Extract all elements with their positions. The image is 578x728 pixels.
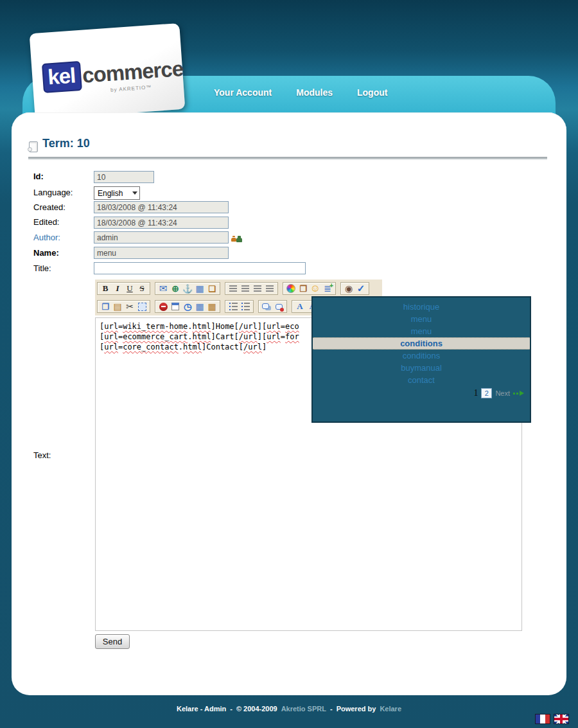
footer: Kelare - Admin-© 2004-2009Akretio SPRL-P…: [0, 705, 578, 713]
chevron-down-icon: [132, 191, 137, 195]
field-label-text: Text:: [33, 450, 51, 460]
logo-commerce-text: commerce: [82, 57, 184, 88]
toolbar-group: [292, 300, 311, 313]
next-link[interactable]: Next: [495, 389, 510, 397]
toolbar-group: [225, 282, 278, 295]
field-label-name: Name:: [33, 248, 59, 258]
footer-text: -: [230, 705, 232, 713]
field-label-id: Id:: [33, 172, 44, 181]
font-color-icon[interactable]: [294, 301, 306, 312]
logo-kel-badge: kel: [42, 61, 82, 93]
align-left-icon[interactable]: [227, 283, 239, 294]
footer-link[interactable]: Kelare: [380, 705, 401, 713]
language-flags: [535, 714, 569, 724]
language-selected-value: English: [98, 189, 123, 198]
spellcheck-icon[interactable]: [355, 283, 367, 294]
footer-text: Kelare - Admin: [177, 705, 226, 713]
term-list-item[interactable]: historique: [313, 301, 530, 313]
toolbar-group: [340, 282, 369, 295]
remove-icon[interactable]: [157, 301, 169, 312]
select-all-icon[interactable]: [136, 301, 148, 312]
toolbar-group: [283, 282, 336, 295]
send-button[interactable]: Send: [95, 634, 130, 649]
bold-icon[interactable]: [100, 283, 111, 294]
strike-icon[interactable]: [136, 283, 148, 294]
align-center-icon[interactable]: [240, 283, 251, 294]
email-icon[interactable]: [157, 283, 169, 294]
editor-toolbar-row2: [95, 297, 311, 315]
field-label-edited: Edited:: [33, 217, 59, 227]
page: Your AccountModulesLogout kel commerce b…: [0, 0, 578, 728]
term-list-item[interactable]: conditions: [313, 350, 530, 362]
toolbar-group: [97, 300, 150, 313]
tree-add-icon[interactable]: [322, 283, 333, 294]
author-field: [94, 231, 229, 244]
image-add-icon[interactable]: [206, 283, 218, 294]
field-label-created: Created:: [33, 202, 66, 212]
flag-uk-icon[interactable]: [554, 714, 569, 724]
page-title: Term: 10: [42, 137, 90, 150]
editor-toolbar-row1: [95, 280, 382, 297]
anchor-icon[interactable]: [182, 283, 193, 294]
field-label-author[interactable]: Author:: [33, 233, 60, 242]
nav-item-your-account[interactable]: Your Account: [214, 87, 272, 98]
footer-text: Powered by: [337, 705, 376, 713]
align-justify-icon[interactable]: [264, 283, 276, 294]
nav-item-modules[interactable]: Modules: [296, 87, 333, 98]
image-icon[interactable]: [194, 283, 206, 294]
toolbar-group: [97, 282, 150, 295]
font-family-icon[interactable]: [306, 301, 311, 312]
clock-icon[interactable]: [182, 301, 193, 312]
toolbar-group: [225, 300, 254, 313]
comment-remove-icon[interactable]: [273, 301, 285, 312]
main-nav: Your AccountModulesLogout: [214, 87, 387, 98]
term-list-item[interactable]: buymanual: [313, 362, 530, 374]
toolbar-group: [155, 300, 220, 313]
created-field: [94, 201, 229, 213]
term-list-item[interactable]: contact: [313, 374, 530, 386]
globe-icon[interactable]: [170, 283, 181, 294]
term-list-popup: historiquemenumenuconditionsconditionsbu…: [311, 296, 531, 423]
photos-icon[interactable]: [297, 283, 309, 294]
nav-item-logout[interactable]: Logout: [357, 87, 387, 98]
language-select[interactable]: English: [94, 186, 140, 200]
page-number-current[interactable]: 1: [473, 388, 478, 398]
next-arrow-icon[interactable]: [513, 391, 524, 396]
flag-fr-icon[interactable]: [535, 714, 550, 724]
paste-icon[interactable]: [112, 301, 123, 312]
content-panel: Term: 10 Id: Language: English Created: …: [12, 112, 566, 695]
table-icon[interactable]: [194, 301, 206, 312]
heading-divider: [28, 157, 547, 160]
field-label-title: Title:: [33, 263, 51, 273]
footer-text: © 2004-2009: [236, 705, 277, 713]
document-icon: [29, 141, 38, 152]
toolbar-group: [155, 282, 220, 295]
footer-text: -: [330, 705, 333, 713]
table-edit-icon[interactable]: [206, 301, 218, 312]
edited-field: [94, 217, 229, 229]
comments-icon[interactable]: [261, 301, 272, 312]
field-label-language: Language:: [33, 188, 73, 197]
users-icon[interactable]: [231, 233, 243, 242]
cut-icon[interactable]: [124, 301, 136, 312]
italic-icon[interactable]: [112, 283, 123, 294]
smiley-icon[interactable]: [310, 283, 321, 294]
name-field: [94, 247, 229, 259]
underline-icon[interactable]: [124, 283, 136, 294]
toolbar-group: [258, 300, 287, 313]
term-list: historiquemenumenuconditionsconditionsbu…: [313, 297, 530, 386]
align-right-icon[interactable]: [252, 283, 263, 294]
footer-link[interactable]: Akretio SPRL: [281, 705, 326, 713]
title-field[interactable]: [94, 262, 306, 274]
page-number-link[interactable]: 2: [481, 388, 492, 398]
logo[interactable]: kel commerce by AKRETIO™: [30, 23, 186, 120]
color-wheel-icon[interactable]: [285, 283, 297, 294]
ordered-list-icon[interactable]: [240, 301, 251, 312]
calendar-icon[interactable]: [170, 301, 181, 312]
term-list-item[interactable]: conditions: [313, 337, 530, 350]
unordered-list-icon[interactable]: [227, 301, 239, 312]
copy-icon[interactable]: [100, 301, 111, 312]
eye-icon[interactable]: [343, 283, 355, 294]
term-list-item[interactable]: menu: [313, 313, 530, 325]
term-list-item[interactable]: menu: [313, 325, 530, 337]
